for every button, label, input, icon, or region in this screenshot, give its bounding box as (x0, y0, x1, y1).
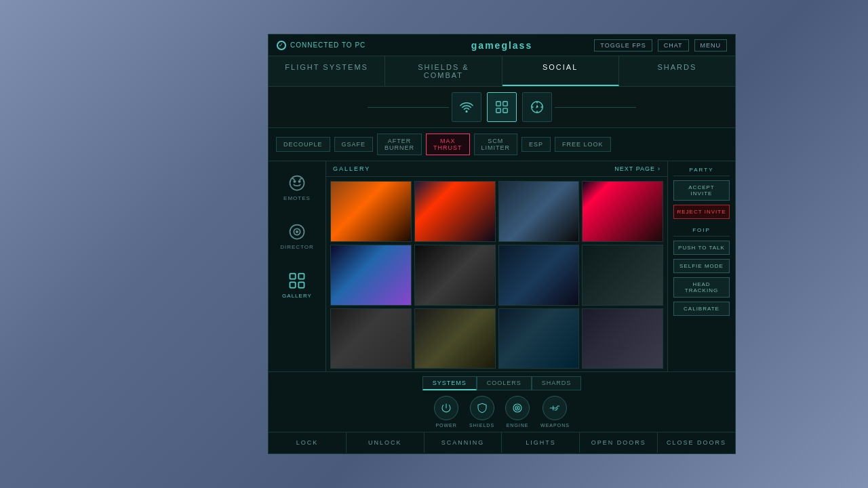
bottom-tab-shards[interactable]: SHARDS (532, 376, 582, 390)
gallery-thumb-6[interactable] (414, 245, 496, 306)
gallery-thumb-10[interactable] (414, 308, 496, 369)
bottom-tabs: SYSTEMS COOLERS SHARDS (269, 372, 735, 392)
calibrate-button[interactable]: CALIBRATE (673, 302, 730, 316)
power-icon-item[interactable]: POWER (434, 396, 458, 428)
director-icon (288, 222, 307, 241)
svg-rect-1 (496, 102, 500, 106)
gallery-thumb-9[interactable] (330, 308, 412, 369)
push-to-talk-button[interactable]: PUSH TO TALK (673, 241, 730, 255)
tab-shards[interactable]: SHARDS (619, 56, 735, 86)
toggle-scmlimiter[interactable]: SCMLIMITER (474, 134, 518, 155)
app-logo: gameglass (471, 40, 532, 51)
svg-rect-4 (503, 108, 507, 113)
toggle-afterburner[interactable]: AFTERBURNER (377, 134, 422, 155)
toggle-decouple[interactable]: DECOUPLE (276, 137, 330, 152)
svg-point-8 (298, 181, 300, 182)
bottom-tab-systems[interactable]: SYSTEMS (422, 376, 477, 390)
next-page-button[interactable]: NEXT PAGE › (614, 165, 660, 172)
weapons-icon-item[interactable]: WEAPONS (540, 396, 570, 428)
shields-icon-item[interactable]: SHIELDS (469, 396, 494, 428)
engine-icon (511, 402, 524, 414)
shields-icon (476, 402, 488, 414)
gallery-thumb-7[interactable] (498, 245, 580, 306)
tab-flight-systems[interactable]: FLIGHT SYSTEMS (269, 56, 385, 86)
nav-tabs: FLIGHT SYSTEMS SHIELDS & COMBAT SOCIAL S… (269, 56, 735, 87)
top-bar: CONNECTED TO PC gameglass TOGGLE FPS CHA… (269, 35, 735, 56)
close-doors-button[interactable]: CLOSE DOORS (658, 432, 735, 453)
svg-point-11 (296, 231, 298, 232)
svg-rect-2 (503, 102, 507, 106)
gallery-thumb-1[interactable] (330, 181, 412, 242)
gallery-grid (326, 177, 667, 373)
accept-invite-button[interactable]: ACCEPT INVITE (673, 180, 730, 201)
reject-invite-button[interactable]: REJECT INVITE (673, 205, 730, 219)
gallery-thumb-3[interactable] (498, 181, 580, 242)
toggle-row: DECOUPLE GSAFE AFTERBURNER MAXTHRUST SCM… (269, 128, 735, 161)
bottom-area: SYSTEMS COOLERS SHARDS POWER (269, 371, 735, 432)
gallery-thumb-4[interactable] (582, 181, 663, 242)
open-doors-button[interactable]: OPEN DOORS (580, 432, 658, 453)
gallery-sidebar-label: GALLERY (282, 293, 312, 299)
icon-row (269, 87, 735, 128)
main-content: EMOTES DIRECTOR GALLERY (269, 161, 735, 371)
unlock-button[interactable]: UNLOCK (347, 432, 425, 453)
svg-point-7 (294, 181, 295, 182)
logo-suffix: glass (501, 40, 532, 51)
svg-rect-3 (496, 108, 500, 113)
wifi-icon-button[interactable] (452, 92, 481, 122)
selfie-mode-button[interactable]: SELFIE MODE (673, 259, 730, 273)
weapons-icon-circle (542, 396, 567, 420)
emotes-label: EMOTES (283, 195, 311, 201)
svg-point-18 (517, 407, 518, 409)
logo-prefix: game (471, 40, 502, 51)
tab-shields-combat[interactable]: SHIELDS & COMBAT (385, 56, 502, 86)
gallery-thumb-2[interactable] (414, 181, 496, 242)
lock-button[interactable]: LOCK (269, 432, 347, 453)
chat-button[interactable]: CHAT (658, 39, 689, 52)
svg-point-0 (466, 111, 467, 113)
gallery-thumb-8[interactable] (582, 245, 663, 306)
toggle-maxthrust[interactable]: MAXTHRUST (426, 134, 470, 155)
gallery-label: GALLERY (333, 165, 370, 172)
tab-social[interactable]: SOCIAL (502, 56, 619, 86)
footer-actions: LOCK UNLOCK SCANNING LIGHTS OPEN DOORS C… (269, 432, 735, 453)
toggle-gsafe[interactable]: GSAFE (334, 137, 374, 152)
weapons-label: WEAPONS (540, 423, 570, 428)
gallery-thumb-11[interactable] (498, 308, 580, 369)
connected-icon (277, 41, 286, 50)
svg-rect-12 (290, 274, 295, 279)
grid-icon (494, 100, 509, 115)
gallery-header: GALLERY NEXT PAGE › (326, 161, 667, 177)
toggle-fps-button[interactable]: TOGGLE FPS (594, 39, 652, 52)
left-sidebar: EMOTES DIRECTOR GALLERY (269, 161, 326, 371)
svg-rect-13 (298, 274, 304, 279)
head-tracking-button[interactable]: HEAD TRACKING (673, 277, 730, 298)
party-label: PARTY (673, 167, 730, 176)
engine-icon-item[interactable]: ENGINE (505, 396, 530, 428)
bottom-tab-coolers[interactable]: COOLERS (477, 376, 532, 390)
target-icon-button[interactable] (522, 92, 552, 122)
sidebar-item-director[interactable]: DIRECTOR (275, 217, 319, 256)
toggle-esp[interactable]: ESP (521, 137, 551, 152)
svg-point-6 (290, 176, 304, 190)
shields-icon-circle (470, 396, 494, 420)
grid-icon-button[interactable] (487, 92, 517, 122)
svg-rect-15 (298, 282, 304, 287)
director-label: DIRECTOR (280, 244, 314, 250)
menu-button[interactable]: MENU (694, 39, 728, 52)
toggle-freelook[interactable]: FREE LOOK (555, 137, 611, 152)
gallery-thumb-5[interactable] (330, 245, 412, 306)
svg-rect-14 (290, 282, 295, 287)
gallery-area: GALLERY NEXT PAGE › (326, 161, 667, 371)
sidebar-item-gallery[interactable]: GALLERY (277, 266, 317, 304)
gallery-thumb-12[interactable] (582, 308, 663, 369)
connected-label: CONNECTED TO PC (290, 41, 366, 49)
sidebar-item-emotes[interactable]: EMOTES (278, 168, 316, 207)
power-icon (440, 402, 452, 414)
power-label: POWER (435, 423, 456, 428)
weapons-icon (549, 402, 561, 414)
engine-label: ENGINE (507, 423, 529, 428)
scanning-button[interactable]: SCANNING (425, 432, 502, 453)
lights-button[interactable]: LIGHTS (502, 432, 580, 453)
engine-icon-circle (505, 396, 530, 420)
